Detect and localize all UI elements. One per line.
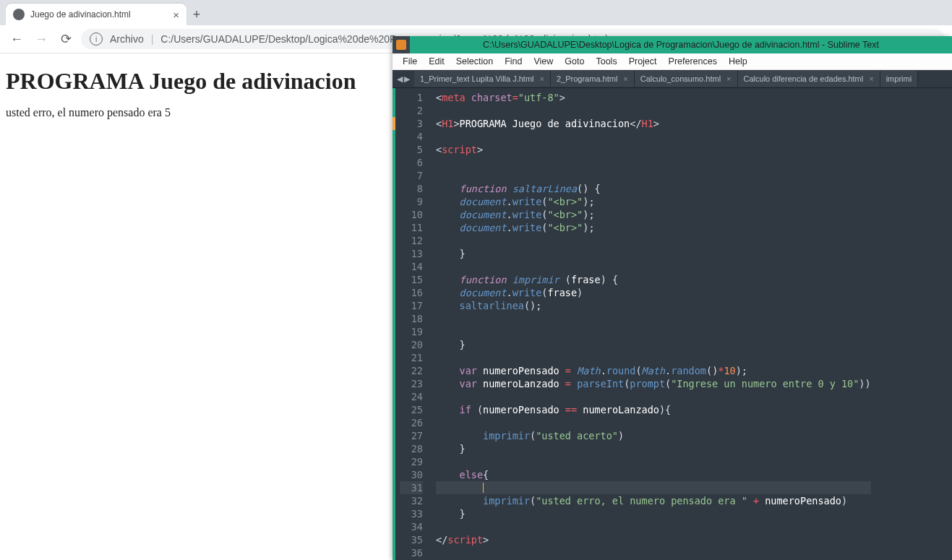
line-number: 29 [400, 455, 423, 468]
code-line[interactable]: else{ [436, 468, 871, 481]
code-line[interactable]: imprimir("usted acerto") [436, 429, 871, 442]
sublime-titlebar[interactable]: C:\Users\GUADALUPE\Desktop\Logica de Pro… [393, 36, 952, 53]
line-number: 27 [400, 429, 423, 442]
editor-tab-label: 1_Primer_text Lupita Villa J.html [420, 74, 534, 83]
code-line[interactable]: <script> [436, 143, 871, 156]
close-icon[interactable]: × [623, 74, 627, 83]
forward-button[interactable]: → [32, 30, 51, 48]
separator: | [151, 33, 154, 45]
code-line[interactable] [436, 169, 871, 182]
editor-tab[interactable]: 2_Programa.html× [551, 71, 635, 87]
menu-edit[interactable]: Edit [423, 53, 450, 69]
code-line[interactable]: } [436, 442, 871, 455]
browser-tab[interactable]: Juego de adivinacion.html × [6, 4, 186, 25]
code-line[interactable] [436, 104, 871, 117]
editor-tab[interactable]: Calculo diferencia de edades.html× [738, 71, 880, 87]
code-line[interactable]: document.write("<br>"); [436, 221, 871, 234]
code-line[interactable] [436, 416, 871, 429]
reload-button[interactable]: ⟳ [56, 30, 75, 48]
line-number: 4 [400, 130, 423, 143]
code-line[interactable]: function saltarLinea() { [436, 182, 871, 195]
menu-find[interactable]: Find [499, 53, 528, 69]
code-line[interactable] [436, 234, 871, 247]
line-number: 12 [400, 234, 423, 247]
sublime-editor[interactable]: 1234567891011121314151617181920212223242… [393, 88, 952, 560]
code-line[interactable]: imprimir("usted erro, el numero pensado … [436, 494, 871, 507]
sublime-menubar: FileEditSelectionFindViewGotoToolsProjec… [393, 53, 952, 70]
code-line[interactable]: } [436, 247, 871, 260]
code-line[interactable]: <meta charset="utf-8"> [436, 91, 871, 104]
line-number: 30 [400, 468, 423, 481]
close-icon[interactable]: × [869, 74, 873, 83]
menu-selection[interactable]: Selection [450, 53, 499, 69]
tab-next-icon[interactable]: ▶ [404, 74, 410, 84]
close-icon[interactable]: × [726, 74, 731, 83]
line-number: 16 [400, 286, 423, 299]
editor-tab[interactable]: Calculo_consumo.html× [635, 71, 738, 87]
line-number: 25 [400, 403, 423, 416]
new-tab-button[interactable]: + [186, 4, 207, 25]
code-line[interactable] [436, 325, 871, 338]
line-number: 15 [400, 273, 423, 286]
line-number: 24 [400, 390, 423, 403]
tab-nav-arrows[interactable]: ◀ ▶ [393, 74, 414, 84]
code-line[interactable] [436, 520, 871, 533]
sublime-tabbar: ◀ ▶ 1_Primer_text Lupita Villa J.html×2_… [393, 70, 952, 88]
code-line[interactable] [436, 156, 871, 169]
line-number: 26 [400, 416, 423, 429]
line-number: 18 [400, 312, 423, 325]
code-line[interactable]: if (numeroPensado == numeroLanzado){ [436, 403, 871, 416]
code-line[interactable]: </script> [436, 533, 871, 546]
editor-tab-label: 2_Programa.html [557, 74, 617, 83]
code-line[interactable]: document.write(frase) [436, 286, 871, 299]
text-caret [483, 483, 484, 493]
menu-file[interactable]: File [397, 53, 423, 69]
line-number: 8 [400, 182, 423, 195]
editor-tab-label: Calculo_consumo.html [640, 74, 721, 83]
code-line[interactable] [436, 312, 871, 325]
code-line[interactable]: } [436, 338, 871, 351]
back-button[interactable]: ← [7, 30, 26, 48]
editor-code-area[interactable]: <meta charset="utf-8"><H1>PROGRAMA Juego… [430, 88, 871, 560]
close-icon[interactable]: × [540, 74, 544, 83]
code-line[interactable] [436, 390, 871, 403]
code-line[interactable] [436, 351, 871, 364]
line-number: 10 [400, 208, 423, 221]
editor-tab[interactable]: 1_Primer_text Lupita Villa J.html× [414, 71, 551, 87]
line-number: 1 [400, 91, 423, 104]
code-line[interactable]: var numeroLanzado = parseInt(prompt("Ing… [436, 377, 871, 390]
code-line[interactable] [436, 481, 871, 494]
line-number: 9 [400, 195, 423, 208]
line-number: 6 [400, 156, 423, 169]
line-number: 21 [400, 351, 423, 364]
code-line[interactable] [436, 130, 871, 143]
line-number: 35 [400, 533, 423, 546]
code-line[interactable] [436, 260, 871, 273]
editor-tab[interactable]: imprimi [880, 71, 918, 87]
code-line[interactable]: function imprimir (frase) { [436, 273, 871, 286]
line-number: 31 [400, 481, 423, 494]
menu-goto[interactable]: Goto [559, 53, 590, 69]
url-prefix: Archivo [110, 33, 144, 45]
code-line[interactable] [436, 546, 871, 559]
code-line[interactable]: document.write("<br>"); [436, 195, 871, 208]
menu-view[interactable]: View [528, 53, 559, 69]
line-number: 7 [400, 169, 423, 182]
menu-help[interactable]: Help [723, 53, 753, 69]
menu-project[interactable]: Project [623, 53, 663, 69]
code-line[interactable]: <H1>PROGRAMA Juego de adivinacion</H1> [436, 117, 871, 130]
line-number: 2 [400, 104, 423, 117]
code-line[interactable]: var numeroPensado = Math.round(Math.rand… [436, 364, 871, 377]
code-line[interactable]: saltarlinea(); [436, 299, 871, 312]
code-line[interactable] [436, 455, 871, 468]
code-line[interactable]: } [436, 507, 871, 520]
line-number: 23 [400, 377, 423, 390]
line-number: 17 [400, 299, 423, 312]
tab-prev-icon[interactable]: ◀ [397, 74, 403, 84]
menu-tools[interactable]: Tools [590, 53, 622, 69]
browser-tab-strip: Juego de adivinacion.html × + [0, 0, 952, 25]
code-line[interactable]: document.write("<br>"); [436, 208, 871, 221]
close-icon[interactable]: × [173, 9, 179, 21]
menu-preferences[interactable]: Preferences [663, 53, 723, 69]
browser-tab-title: Juego de adivinacion.html [30, 9, 131, 20]
